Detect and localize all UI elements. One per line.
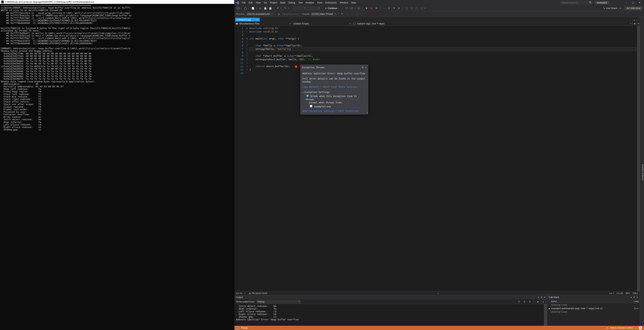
panel-pin-icon[interactable]: ⚲ [541, 296, 542, 299]
output-autoscroll-icon[interactable]: ⤓ [541, 300, 546, 304]
dbg-icon-1[interactable]: ⬚ [404, 6, 409, 10]
menu-git[interactable]: Git [262, 0, 268, 5]
undo-button[interactable]: ↶ [276, 6, 280, 10]
step-into-button[interactable]: ↧ [387, 6, 391, 10]
stop-button[interactable]: ⏹ [369, 6, 374, 10]
restart-button[interactable]: ⟳ [374, 6, 378, 10]
dbg-icon-3[interactable]: ⬚ [414, 6, 419, 10]
show-next-statement-button[interactable]: → [382, 6, 386, 10]
console-output[interactable]: ========================================… [0, 4, 234, 330]
menu-debug[interactable]: Debug [287, 0, 296, 5]
panel-close-icon[interactable]: ✕ [636, 296, 638, 299]
resize-grip-icon[interactable]: ◢ [366, 111, 368, 114]
tab-example3-cpp[interactable]: example3.cpp 📌 ✕ [235, 18, 260, 21]
stackframe-dropdown[interactable]: ⬚ [355, 12, 359, 16]
quick-search[interactable] [560, 1, 592, 5]
output-next-icon[interactable]: ≡ [522, 300, 526, 304]
output-text[interactable]: Intra object redzone: bb ASan internal: … [234, 304, 547, 326]
break-when-thrown-checkbox[interactable]: Break when this exception type is thrown [306, 94, 366, 101]
zoom-level[interactable]: 111 % [236, 292, 242, 294]
menu-file[interactable]: File [240, 0, 247, 5]
feedback-icon[interactable]: ☺ [618, 6, 622, 10]
chevron-up-icon[interactable]: ▲ [635, 327, 637, 329]
close-tab-icon[interactable]: ✕ [256, 19, 258, 21]
code-editor[interactable]: 1234 5678 9101112 1314 ⊟│⊟ ││││ ││││ └ #… [234, 26, 640, 291]
callstack-row[interactable]: ▶ example3.exe!main(int argc, char * * a… [547, 307, 640, 310]
callstack-row[interactable]: [External Code] [547, 310, 640, 314]
nav-scope[interactable]: (Global Scope) [294, 22, 309, 25]
add-source-control[interactable]: Add to Source Control [610, 327, 633, 329]
pause-button[interactable]: ⏸ [364, 6, 368, 10]
menu-window[interactable]: Window [338, 0, 350, 5]
except-module-checkbox-input[interactable] [310, 105, 312, 107]
nav-back-button[interactable]: ◯ [236, 6, 240, 10]
break-checkbox-input[interactable] [306, 94, 309, 97]
output-prev-icon[interactable]: ≡ [517, 300, 521, 304]
pin-icon[interactable]: 📌 [253, 19, 255, 21]
new-item-button[interactable]: 📄 [251, 6, 255, 10]
open-exception-settings-link[interactable]: Open Exception Settings [302, 110, 334, 113]
redo-button[interactable]: ↷ [283, 6, 287, 10]
console-titlebar[interactable]: C:\MSDN\cpp-docs-pr\docs\c-language\ASAN… [0, 0, 234, 4]
dbg-icon-4[interactable]: ⬚ [420, 6, 424, 10]
step-out-button[interactable]: ↥ [397, 6, 401, 10]
liveshare-label[interactable]: Live Share [606, 7, 617, 10]
menu-view[interactable]: View [254, 0, 262, 5]
menu-tools[interactable]: Tools [316, 0, 324, 5]
split-icon[interactable]: ⊟ [638, 22, 639, 25]
nav-project[interactable]: Miscellaneous Files [240, 22, 260, 25]
solution-name-chip[interactable]: example3 [595, 1, 609, 4]
menu-build[interactable]: Build [279, 0, 287, 5]
h-scroll-left-icon[interactable]: ◂ [270, 292, 606, 294]
window-close-button[interactable]: ✕ [636, 0, 643, 5]
save-button[interactable]: 💾 [263, 6, 267, 10]
notification-bell-icon[interactable]: 2 [638, 326, 642, 330]
continue-button[interactable]: Continue ▾ [324, 6, 341, 10]
exception-settings-header[interactable]: Exception Settings [302, 91, 366, 94]
output-wrap-icon[interactable]: ≣ [536, 300, 540, 304]
menu-test[interactable]: Test [297, 0, 304, 5]
exception-close-icon[interactable]: ✕ [365, 66, 366, 69]
line-endings[interactable]: CRLF [633, 292, 638, 294]
quick-search-input[interactable] [560, 1, 592, 5]
menu-extensions[interactable]: Extensions [324, 0, 338, 5]
panel-pin-icon[interactable]: ⚲ [634, 296, 635, 299]
menu-project[interactable]: Project [268, 0, 278, 5]
callstack-row[interactable]: [External Code] [547, 303, 640, 307]
edit-conditions-link[interactable]: Edit Conditions [338, 110, 359, 113]
settings-gear-icon[interactable]: ⚙ [634, 22, 636, 25]
panel-dropdown-icon[interactable]: ▾ [538, 296, 539, 299]
error-glyph-icon[interactable]: ✕ [295, 65, 298, 68]
flag-icon[interactable]: ⚑ [340, 12, 344, 16]
window-maximize-button[interactable]: ▢ [630, 0, 636, 5]
callstack-rows[interactable]: [External Code] ▶ example3.exe!main(int … [547, 303, 640, 326]
output-source-dropdown[interactable]: Debug [256, 300, 301, 304]
dbg-icon-2[interactable]: ⬚ [410, 6, 414, 10]
thread-icon-2[interactable]: ⬚ [350, 12, 354, 16]
panel-dropdown-icon[interactable]: ▾ [631, 296, 632, 299]
code-body[interactable]: #include <string.h> #include <stdlib.h> … [249, 26, 637, 291]
tool-icon-2[interactable]: 🖵 [350, 6, 354, 10]
process-dropdown[interactable]: [28224] example3.exe [246, 12, 274, 16]
thread-icon-1[interactable]: ⬚ [345, 12, 349, 16]
lifecycle-icon[interactable]: ▦ [277, 12, 281, 16]
exception-pin-icon[interactable]: ⚲ [362, 66, 364, 69]
solution-explorer-tab[interactable]: Solution Explorer [642, 164, 644, 180]
menu-edit[interactable]: Edit [247, 0, 254, 5]
nav-forward-button[interactable]: ◯ [243, 6, 248, 10]
outline-gutter[interactable]: ⊟│⊟ ││││ ││││ └ [245, 26, 249, 291]
solution-platform-dropdown[interactable] [307, 6, 320, 10]
menu-help[interactable]: Help [350, 0, 357, 5]
tabwell-full-icon[interactable]: ⬚ [637, 19, 638, 21]
copy-details-link[interactable]: Copy Details [302, 85, 319, 89]
thread-dropdown[interactable]: [22392] Main Thread [310, 12, 337, 16]
panel-close-icon[interactable]: ✕ [544, 296, 546, 299]
step-over-button[interactable]: ↷ [392, 6, 396, 10]
tabwell-dropdown-icon[interactable]: ▾ [634, 19, 635, 21]
window-minimize-button[interactable]: ─ [623, 0, 630, 5]
tool-icon-1[interactable]: 🖵 [344, 6, 349, 10]
menu-analyze[interactable]: Analyze [304, 0, 315, 5]
except-module-checkbox[interactable]: example3.exe [309, 104, 366, 108]
callstack-col-name[interactable]: Name [551, 300, 634, 303]
open-file-button[interactable]: 🗀 [258, 6, 262, 10]
